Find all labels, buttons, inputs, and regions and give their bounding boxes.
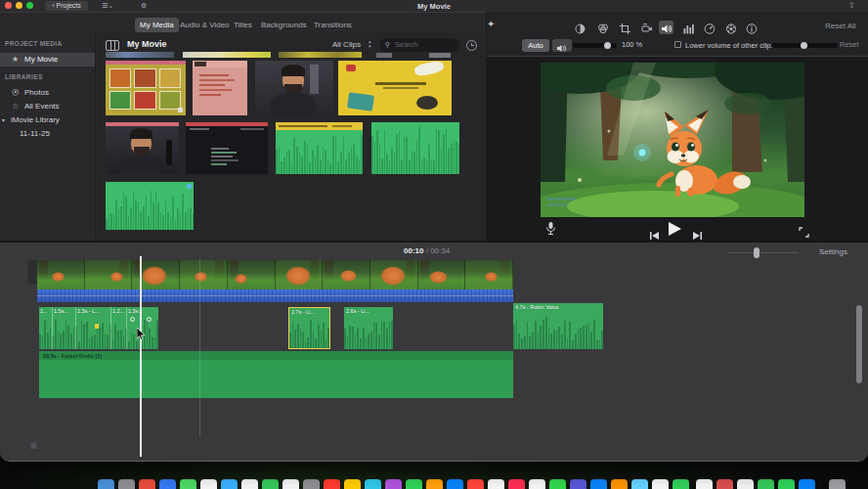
clip-thumbnail-strip[interactable]	[279, 52, 362, 58]
dock-app-icon[interactable]	[447, 479, 463, 489]
dock-app-icon[interactable]	[611, 479, 628, 489]
dock-trash-icon[interactable]	[829, 479, 846, 489]
dock-app-icon[interactable]	[488, 479, 504, 489]
speed-gauge-icon[interactable]	[702, 21, 716, 34]
clip-filter-dropdown[interactable]: All Clips	[332, 40, 361, 49]
dock-app-icon[interactable]	[180, 479, 196, 489]
dock-app-icon[interactable]	[467, 479, 484, 489]
reset-all-button[interactable]: Reset All	[825, 22, 856, 30]
clip-info-icon[interactable]	[744, 21, 759, 34]
timeline-scrollbar[interactable]	[856, 305, 862, 383]
sidebar-item-imovie-library[interactable]: ▾ iMovie Library	[0, 113, 95, 127]
sidebar-item-my-movie[interactable]: ★ My Movie	[0, 53, 95, 67]
auto-volume-button[interactable]: Auto	[522, 39, 549, 52]
tab-backgrounds[interactable]: Backgrounds	[261, 21, 307, 29]
effects-icon[interactable]	[723, 21, 738, 34]
clip-thumbnail-strip[interactable]	[429, 53, 451, 58]
dock-app-icon[interactable]	[673, 479, 689, 489]
dock-app-icon[interactable]	[426, 479, 443, 489]
dock-app-icon[interactable]	[303, 479, 320, 489]
timeline-settings-button[interactable]: Settings	[819, 247, 847, 256]
reset-button[interactable]: Reset	[840, 40, 859, 49]
fullscreen-icon[interactable]	[799, 224, 809, 242]
timeline-zoom-knob[interactable]	[754, 247, 760, 258]
color-correction-icon[interactable]	[595, 21, 610, 34]
zoom-window-button[interactable]	[26, 2, 33, 9]
tab-audio-video[interactable]: Audio & Video	[180, 21, 230, 29]
dock-app-icon[interactable]	[385, 479, 402, 489]
dock-app-icon[interactable]	[344, 479, 361, 489]
tab-titles[interactable]: Titles	[234, 21, 252, 29]
volume-slider-knob[interactable]	[604, 42, 611, 49]
dock-app-icon[interactable]	[716, 479, 733, 489]
tab-my-media[interactable]: My Media	[135, 18, 179, 32]
mute-button[interactable]	[552, 39, 572, 52]
clip-thumbnail-audio[interactable]	[371, 122, 459, 174]
clip-thumbnail-yellow-page[interactable]	[338, 61, 452, 115]
dock-app-icon[interactable]	[696, 479, 713, 489]
timeline-zoom-slider[interactable]	[728, 252, 799, 253]
lower-volume-checkbox[interactable]	[674, 41, 681, 48]
audio-clip-robin-voice[interactable]: 4.7s - Robin Voice	[513, 303, 603, 349]
dock-app-icon[interactable]	[98, 479, 114, 489]
volume-icon[interactable]	[659, 21, 673, 34]
audio-clip[interactable]: 2.6s - Li...	[344, 307, 393, 349]
playhead[interactable]	[140, 256, 142, 457]
dock-app-icon[interactable]	[118, 479, 135, 489]
clip-thumbnail-dark-window[interactable]	[186, 122, 268, 174]
clip-thumbnail-pink-document[interactable]	[193, 61, 247, 115]
dock-app-icon[interactable]	[778, 479, 795, 489]
dock-app-icon[interactable]	[406, 479, 422, 489]
dock-app-icon[interactable]	[508, 479, 525, 489]
enhance-wand-icon[interactable]: ✦	[487, 19, 500, 31]
titlebar-extra-icon[interactable]: ⚙	[141, 2, 147, 10]
dock-app-icon[interactable]	[590, 479, 607, 489]
sidebar-item-all-events[interactable]: ☆ All Events	[0, 100, 95, 113]
dock-app-icon[interactable]	[529, 479, 545, 489]
dock-app-icon[interactable]	[241, 479, 258, 489]
dock-app-icon[interactable]	[652, 479, 669, 489]
dock-app-icon[interactable]	[631, 479, 648, 489]
clip-thumbnail-strip[interactable]	[106, 52, 174, 58]
tab-transitions[interactable]: Transitions	[314, 21, 352, 29]
back-to-projects-button[interactable]: ‹ Projects	[45, 1, 88, 11]
sidebar-item-event-date[interactable]: 11-11-25	[0, 127, 95, 141]
background-music-clip[interactable]: 29.5s - Forest Frolic (1)	[39, 351, 513, 398]
minimize-window-button[interactable]	[16, 2, 22, 9]
clip-thumbnail-presenter-2[interactable]	[106, 122, 179, 174]
noise-equalizer-icon[interactable]	[681, 21, 696, 34]
clip-thumbnail-audio-yellow[interactable]	[276, 122, 363, 174]
color-balance-icon[interactable]	[573, 21, 587, 34]
sidebar-item-photos[interactable]: ⦿ Photos	[0, 86, 95, 100]
clip-thumbnail-strip[interactable]	[183, 52, 271, 58]
close-window-button[interactable]	[5, 2, 12, 9]
browser-appearance-icon[interactable]	[106, 40, 119, 51]
dock-app-icon[interactable]	[549, 479, 566, 489]
video-audio-track[interactable]	[37, 289, 513, 302]
play-button[interactable]	[669, 222, 681, 240]
dock-app-icon[interactable]	[570, 479, 586, 489]
audio-clip-selected[interactable]: 2.7s - Li...	[288, 307, 330, 349]
dock-app-icon[interactable]	[221, 479, 238, 489]
clip-thumbnail-audio-2[interactable]	[106, 182, 194, 230]
dock-app-icon[interactable]	[262, 479, 279, 489]
dock-app-icon[interactable]	[200, 479, 217, 489]
effect-badge-icon[interactable]	[147, 317, 152, 322]
clip-thumbnail-fox-collage[interactable]	[106, 61, 186, 115]
video-clip-filmstrip[interactable]	[37, 260, 513, 289]
clip-thumbnail-presenter[interactable]	[255, 61, 333, 115]
dock-app-icon[interactable]	[799, 479, 815, 489]
crop-icon[interactable]	[618, 21, 632, 34]
clip-thumbnail-strip[interactable]	[376, 53, 392, 58]
dock-app-icon[interactable]	[139, 479, 155, 489]
dock-app-icon[interactable]	[282, 479, 299, 489]
dock-app-icon[interactable]	[758, 479, 774, 489]
dock[interactable]	[0, 479, 868, 489]
share-icon[interactable]: ⇪	[848, 1, 855, 10]
stabilization-icon[interactable]	[639, 21, 654, 34]
dock-app-icon[interactable]	[159, 479, 176, 489]
dock-app-icon[interactable]	[365, 479, 381, 489]
dock-app-icon[interactable]	[737, 479, 754, 489]
media-list-icon[interactable]: ☰⌄	[102, 2, 113, 10]
clip-duration-icon[interactable]	[466, 40, 477, 51]
